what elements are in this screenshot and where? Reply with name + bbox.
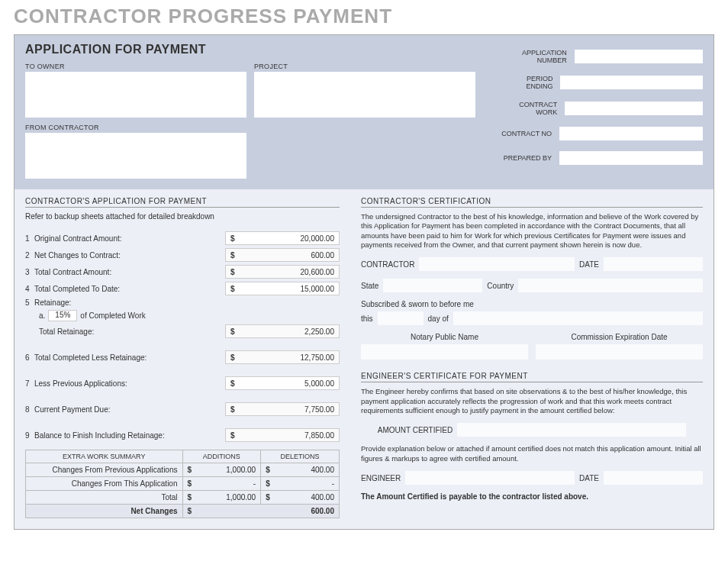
less-previous-field[interactable]: $5,000.00 [225,376,340,390]
deletions-header: DELETIONS [261,450,340,463]
current-payment-field: $7,750.00 [225,402,340,416]
additions-header: ADDITIONS [182,450,261,463]
meta-label-1: PERIOD ENDING [498,75,552,90]
total-completed-field[interactable]: $15,000.00 [225,282,340,295]
country-label: Country [487,282,514,290]
header-section: APPLICATION FOR PAYMENT TO OWNER PROJECT… [14,35,714,189]
line-4: 4 Total Completed To Date: $15,000.00 [25,282,340,295]
meta-label-4: PREPARED BY [504,154,552,162]
sworn-month-field[interactable] [453,311,703,325]
notary-field[interactable] [361,344,528,360]
net-changes-row: Net Changes $600.00 [26,505,340,518]
meta-label-0: APPLICATION NUMBER [498,49,567,64]
line-5t: Total Retainage: $2,250.00 [25,324,340,338]
notary-label: Notary Public Name [361,333,528,341]
table-row: Changes From This Application $- $- [26,477,340,491]
to-owner-label: TO OWNER [25,63,246,70]
from-contractor-label: FROM CONTRACTOR [25,124,498,131]
original-contract-amount-field[interactable]: $20,000.00 [225,231,340,245]
net-changes-field: $600.00 [225,248,340,262]
line-1: 1 Original Contract Amount: $20,000.00 [25,231,340,245]
dayof-label: day of [428,314,449,323]
table-row: Changes From Previous Applications $1,00… [26,463,340,477]
explain-text: Provide explanation below or attached if… [361,444,703,463]
line-2: 2 Net Changes to Contract: $600.00 [25,248,340,262]
application-title: APPLICATION FOR PAYMENT [25,43,498,56]
expiration-label: Commission Expiration Date [536,333,703,341]
eng-text: The Engineer hereby confirms that based … [361,387,703,415]
eng-title: ENGINEER'S CERTIFICATE FOR PAYMENT [361,372,703,382]
amount-certified-field[interactable] [457,423,686,437]
period-ending-field[interactable] [560,76,703,89]
state-field[interactable] [383,279,482,292]
meta-label-3: CONTRACT NO [501,130,552,137]
to-owner-field[interactable] [25,72,246,118]
eng-date-label: DATE [579,474,599,482]
application-number-field[interactable] [575,50,703,63]
table-row: Total $1,000.00 $400.00 [26,491,340,505]
prepared-by-field[interactable] [559,151,703,165]
line-7: 7 Less Previous Applications: $5,000.00 [25,376,340,390]
body-section: CONTRACTOR'S APPLICATION FOR PAYMENT Ref… [14,189,714,529]
country-field[interactable] [518,279,703,292]
from-contractor-field[interactable] [25,133,246,179]
amount-cert-label: AMOUNT CERTIFIED [378,426,453,434]
line-3: 3 Total Contract Amount: $20,600.00 [25,265,340,279]
sworn-label: Subscribed & sworn to before me [361,300,703,308]
contractor-label: CONTRACTOR [361,260,414,269]
page-title: CONTRACTOR PROGRESS PAYMENT [0,0,728,34]
contractors-app-title: CONTRACTOR'S APPLICATION FOR PAYMENT [25,197,340,208]
engineer-label: ENGINEER [361,474,401,482]
engineer-date-field[interactable] [604,471,703,485]
total-retainage-field: $2,250.00 [225,324,340,338]
contract-no-field[interactable] [559,127,703,140]
retainage-pct-field[interactable]: 15% [48,310,77,321]
line-6: 6 Total Completed Less Retainage: $12,75… [25,350,340,364]
total-less-retainage-field: $12,750.00 [225,350,340,364]
cert-text: The undersigned Contractor to the best o… [361,212,703,250]
contractor-sign-field[interactable] [419,257,575,271]
payable-note: The Amount Certified is payable to the c… [361,492,703,501]
form-container: APPLICATION FOR PAYMENT TO OWNER PROJECT… [14,34,714,530]
backup-note: Refer to backup sheets attached for deta… [25,212,340,221]
expiration-field[interactable] [536,344,703,360]
this-label: this [361,314,373,323]
left-column: CONTRACTOR'S APPLICATION FOR PAYMENT Ref… [14,189,350,529]
total-contract-field: $20,600.00 [225,265,340,279]
cert-title: CONTRACTOR'S CERTIFICATION [361,197,703,208]
line-8: 8 Current Payment Due: $7,750.00 [25,402,340,416]
extra-title: EXTRA WORK SUMMARY [26,450,183,463]
line-5a: a. 15% of Completed Work [39,310,340,321]
contractor-date-field[interactable] [604,257,703,271]
extra-work-table: EXTRA WORK SUMMARY ADDITIONS DELETIONS C… [25,450,340,518]
line-9: 9 Balance to Finish Including Retainage:… [25,428,340,442]
sworn-day-field[interactable] [378,311,424,325]
right-column: CONTRACTOR'S CERTIFICATION The undersign… [350,189,714,529]
date-label: DATE [579,260,599,269]
engineer-sign-field[interactable] [405,471,575,485]
state-label: State [361,282,378,290]
project-field[interactable] [254,72,475,118]
contract-work-field[interactable] [565,102,703,115]
meta-label-2: CONTRACT WORK [498,101,557,116]
line-5: 5 Retainage: [25,298,340,307]
balance-field: $7,850.00 [225,428,340,442]
project-label: PROJECT [254,63,475,70]
